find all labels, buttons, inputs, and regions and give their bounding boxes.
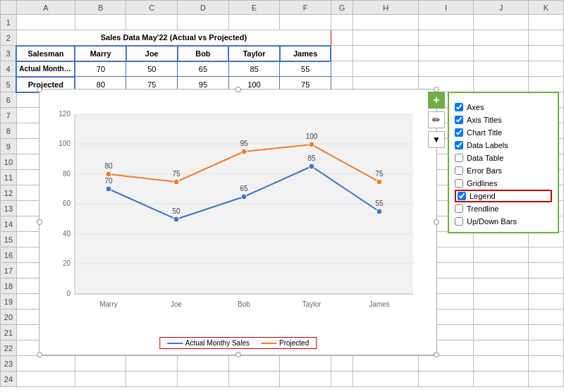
cell-r24-c10[interactable]	[529, 372, 564, 387]
cell-r3-c9[interactable]	[474, 46, 529, 61]
row-header-20[interactable]: 20	[1, 310, 17, 325]
col-header-j[interactable]: J	[474, 1, 529, 15]
cell-r23-c10[interactable]	[529, 356, 564, 372]
col-header-h[interactable]: H	[353, 1, 419, 15]
col-header-c[interactable]: C	[126, 1, 178, 15]
cell-r23-c5[interactable]	[280, 356, 331, 372]
row-header-4[interactable]: 4	[1, 61, 17, 77]
col-header-k[interactable]: K	[529, 1, 564, 15]
actual-value-3[interactable]: 85	[228, 61, 280, 77]
panel-item-gridlines[interactable]: Gridlines	[455, 177, 552, 190]
row-header-10[interactable]: 10	[1, 154, 17, 170]
cell-r23-c9[interactable]	[474, 356, 529, 372]
row-header-19[interactable]: 19	[1, 294, 17, 310]
title-cell[interactable]: Sales Data May'22 (Actual vs Projected)	[16, 30, 331, 46]
col-header-salesman[interactable]: Salesman	[16, 46, 75, 61]
cell-r4-c6[interactable]	[331, 61, 352, 77]
cell-r2-c8[interactable]	[419, 30, 474, 46]
checkbox-axis-titles[interactable]	[455, 116, 463, 124]
cell-r18-c10[interactable]	[529, 278, 564, 294]
actual-value-2[interactable]: 65	[178, 61, 229, 77]
cell-r23-c0[interactable]	[16, 356, 75, 372]
cell-r17-c9[interactable]	[474, 263, 529, 278]
col-header-i[interactable]: I	[419, 1, 474, 15]
cell-r24-c0[interactable]	[16, 372, 75, 387]
cell-r3-c10[interactable]	[529, 46, 564, 61]
checkbox-up/down-bars[interactable]	[455, 217, 463, 226]
cell-r23-c8[interactable]	[419, 356, 474, 372]
resize-handle-ml[interactable]	[37, 219, 42, 225]
checkbox-gridlines[interactable]	[455, 179, 463, 188]
cell-r2-c10[interactable]	[529, 30, 564, 46]
cell-r21-c10[interactable]	[529, 325, 564, 341]
row-header-12[interactable]: 12	[1, 185, 17, 201]
resize-handle-tc[interactable]	[235, 87, 241, 92]
cell-r20-c9[interactable]	[474, 310, 529, 325]
cell-r16-c10[interactable]	[529, 247, 564, 263]
cell-r3-c7[interactable]	[353, 46, 419, 61]
cell-r2-c9[interactable]	[474, 30, 529, 46]
cell-r1-c10[interactable]	[529, 15, 564, 30]
actual-value-1[interactable]: 50	[126, 61, 178, 77]
panel-item-trendline[interactable]: Trendline	[455, 202, 552, 215]
chart-filter-button[interactable]: ▼	[428, 131, 445, 148]
cell-r1-c0[interactable]	[16, 15, 75, 30]
row-header-5[interactable]: 5	[1, 77, 17, 92]
row-header-16[interactable]: 16	[1, 247, 17, 263]
checkbox-trendline[interactable]	[455, 204, 463, 213]
cell-r1-c8[interactable]	[419, 15, 474, 30]
cell-r1-c6[interactable]	[331, 15, 352, 30]
row-header-1[interactable]: 1	[1, 15, 17, 30]
checkbox-chart-title[interactable]	[455, 128, 463, 137]
cell-r1-c2[interactable]	[126, 15, 178, 30]
panel-item-axis-titles[interactable]: Axis Titles	[455, 114, 552, 126]
checkbox-legend[interactable]	[458, 192, 466, 200]
row-header-17[interactable]: 17	[1, 263, 17, 278]
cell-r23-c1[interactable]	[75, 356, 126, 372]
cell-r24-c1[interactable]	[75, 372, 126, 387]
checkbox-data-table[interactable]	[455, 154, 463, 162]
row-header-3[interactable]: 3	[1, 46, 17, 61]
row-header-21[interactable]: 21	[1, 325, 17, 341]
panel-item-legend[interactable]: Legend	[455, 190, 552, 202]
row-header-9[interactable]: 9	[1, 139, 17, 154]
cell-r22-c10[interactable]	[529, 341, 564, 356]
cell-r2-c7[interactable]	[353, 30, 419, 46]
resize-handle-mr[interactable]	[434, 219, 439, 225]
cell-r15-c9[interactable]	[474, 232, 529, 247]
cell-r23-c7[interactable]	[353, 356, 419, 372]
col-header-g[interactable]: G	[331, 1, 352, 15]
cell-r20-c10[interactable]	[529, 310, 564, 325]
cell-r1-c9[interactable]	[474, 15, 529, 30]
cell-r19-c9[interactable]	[474, 294, 529, 310]
col-header-marry[interactable]: Marry	[75, 46, 126, 61]
cell-r1-c7[interactable]	[353, 15, 419, 30]
panel-item-axes[interactable]: Axes	[455, 101, 552, 114]
row-header-actual[interactable]: Actual Monthy Sales	[16, 61, 75, 77]
cell-r1-c5[interactable]	[280, 15, 331, 30]
col-header-f[interactable]: F	[280, 1, 331, 15]
cell-r1-c1[interactable]	[75, 15, 126, 30]
col-header-bob[interactable]: Bob	[178, 46, 229, 61]
cell-r24-c4[interactable]	[228, 372, 280, 387]
row-header-6[interactable]: 6	[1, 92, 17, 108]
cell-r24-c2[interactable]	[126, 372, 178, 387]
cell-r18-c9[interactable]	[474, 278, 529, 294]
row-header-15[interactable]: 15	[1, 232, 17, 247]
cell-r24-c5[interactable]	[280, 372, 331, 387]
cell-r23-c3[interactable]	[178, 356, 229, 372]
cell-r24-c3[interactable]	[178, 372, 229, 387]
add-chart-element-button[interactable]: +	[428, 92, 445, 109]
cell-r22-c9[interactable]	[474, 341, 529, 356]
cell-r15-c10[interactable]	[529, 232, 564, 247]
cell-r4-c9[interactable]	[474, 61, 529, 77]
actual-value-0[interactable]: 70	[75, 61, 126, 77]
row-header-23[interactable]: 23	[1, 356, 17, 372]
cell-r4-c7[interactable]	[353, 61, 419, 77]
row-header-7[interactable]: 7	[1, 108, 17, 123]
row-header-2[interactable]: 2	[1, 30, 17, 46]
row-header-13[interactable]: 13	[1, 201, 17, 216]
cell-r23-c2[interactable]	[126, 356, 178, 372]
col-header-joe[interactable]: Joe	[126, 46, 178, 61]
chart-area[interactable]: 0 20 40 60 80 100 120 Marry Joe Bob Tayl…	[39, 89, 437, 355]
